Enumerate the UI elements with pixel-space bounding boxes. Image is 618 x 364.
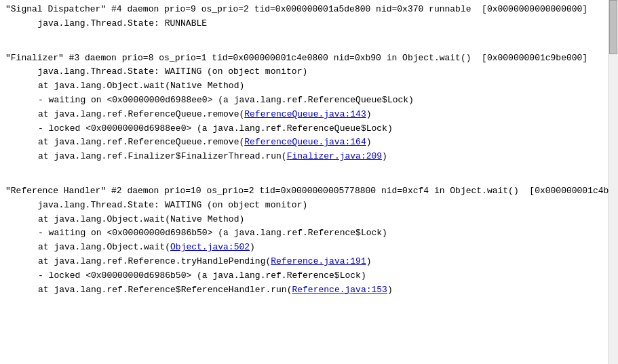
scrollbar-thumb[interactable] [609, 0, 617, 54]
stack-line: - waiting on <0x00000000d6988ee0> (a jav… [5, 94, 613, 108]
finalizer-header: "Finalizer" #3 daemon prio=8 os_prio=1 t… [5, 52, 613, 66]
refqueue-143-link[interactable]: ReferenceQueue.java:143 [244, 109, 366, 119]
stack-line: at java.lang.Object.wait(Native Method) [5, 79, 613, 94]
signal-dispatcher-state: java.lang.Thread.State: RUNNABLE [5, 17, 613, 31]
finalizer-state: java.lang.Thread.State: WAITING (on obje… [5, 65, 613, 79]
signal-dispatcher-block: "Signal Dispatcher" #4 daemon prio=9 os_… [5, 3, 613, 31]
stack-line: at java.lang.ref.ReferenceQueue.remove(R… [5, 136, 613, 150]
blank-line-1 [5, 42, 613, 52]
scrollbar[interactable] [609, 0, 618, 364]
object-502-link[interactable]: Object.java:502 [170, 242, 250, 252]
stack-line: - waiting on <0x00000000d6986b50> (a jav… [5, 226, 613, 241]
reference-153-link[interactable]: Reference.java:153 [292, 285, 387, 295]
reference-handler-header: "Reference Handler" #2 daemon prio=10 os… [5, 184, 613, 199]
refqueue-164-link[interactable]: ReferenceQueue.java:164 [244, 137, 366, 147]
stack-line: at java.lang.Object.wait(Native Method) [5, 213, 613, 227]
finalizer-block: "Finalizer" #3 daemon prio=8 os_prio=1 t… [5, 52, 613, 164]
finalizer-209-link[interactable]: Finalizer.java:209 [287, 151, 382, 161]
stack-line: at java.lang.ref.Reference.tryHandlePend… [5, 255, 613, 269]
stack-line: at java.lang.ref.ReferenceQueue.remove(R… [5, 108, 613, 122]
stack-line: - locked <0x00000000d6986b50> (a java.la… [5, 269, 613, 283]
stack-line: - locked <0x00000000d6988ee0> (a java.la… [5, 122, 613, 136]
reference-191-link[interactable]: Reference.java:191 [271, 256, 366, 266]
reference-handler-state: java.lang.Thread.State: WAITING (on obje… [5, 199, 613, 213]
signal-dispatcher-header: "Signal Dispatcher" #4 daemon prio=9 os_… [5, 3, 613, 17]
blank-line-2 [5, 175, 613, 184]
stack-line: at java.lang.ref.Reference$ReferenceHand… [5, 283, 613, 298]
reference-handler-block: "Reference Handler" #2 daemon prio=10 os… [5, 184, 613, 297]
stack-line: at java.lang.Object.wait(Object.java:502… [5, 241, 613, 255]
stack-line: at java.lang.ref.Finalizer$FinalizerThre… [5, 150, 613, 164]
